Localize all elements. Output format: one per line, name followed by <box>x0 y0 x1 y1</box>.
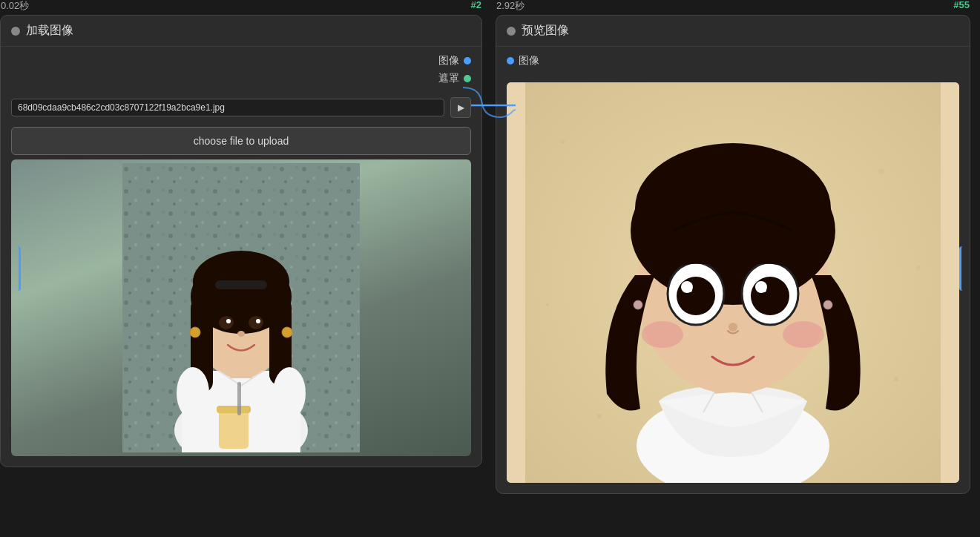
right-node-header: 预览图像 <box>496 16 970 47</box>
cartoon-svg <box>525 82 941 483</box>
left-node-header: 加载图像 <box>1 16 481 47</box>
image-port-row: 图像 <box>438 54 471 67</box>
svg-point-32 <box>546 303 549 306</box>
left-ports-area: 图像 遮罩 <box>1 47 481 93</box>
play-button[interactable]: ▶ <box>450 97 471 118</box>
svg-point-17 <box>226 319 231 323</box>
right-image-preview <box>507 82 959 483</box>
right-badge: #55 <box>953 0 970 10</box>
right-node-title: 预览图像 <box>522 23 569 39</box>
svg-point-18 <box>256 319 260 323</box>
svg-point-50 <box>642 321 683 348</box>
left-node-title: 加载图像 <box>26 23 73 39</box>
right-image-port-label: 图像 <box>519 54 539 67</box>
svg-point-20 <box>190 327 200 337</box>
load-image-node: 0.02秒 #2 加载图像 图像 遮罩 68d09cdaa9cb486c2cd0… <box>0 15 482 467</box>
right-image-port-dot[interactable] <box>507 57 514 65</box>
svg-rect-22 <box>219 408 249 449</box>
svg-point-47 <box>688 288 692 292</box>
scroll-indicator-right <box>959 246 974 291</box>
svg-point-31 <box>894 377 898 381</box>
preview-image-node: 2.92秒 #55 预览图像 图像 <box>496 15 970 494</box>
cartoon-canvas <box>507 82 959 483</box>
svg-point-25 <box>177 367 209 419</box>
svg-point-15 <box>219 316 234 329</box>
svg-point-43 <box>677 277 715 315</box>
svg-point-38 <box>635 143 831 274</box>
svg-point-48 <box>762 288 766 292</box>
right-node-status-dot <box>507 27 516 36</box>
woman-photo-svg <box>122 163 360 452</box>
left-badge: #2 <box>471 0 481 10</box>
image-port-label: 图像 <box>438 54 459 67</box>
left-timestamp: 0.02秒 <box>1 0 29 13</box>
image-port-dot[interactable] <box>464 57 471 65</box>
left-image-preview <box>11 159 471 456</box>
svg-point-29 <box>878 168 884 174</box>
photo-canvas <box>11 159 471 456</box>
svg-point-51 <box>783 321 824 348</box>
upload-button[interactable]: choose file to upload <box>11 127 471 155</box>
left-node-status-dot <box>11 27 20 36</box>
svg-point-44 <box>751 277 789 315</box>
mask-port-label: 遮罩 <box>438 72 459 85</box>
file-path-row: 68d09cdaa9cb486c2cd03c8707122f19a2bca9e1… <box>1 93 481 122</box>
svg-point-53 <box>823 300 832 309</box>
svg-point-16 <box>249 316 263 329</box>
svg-point-52 <box>634 300 642 309</box>
svg-rect-23 <box>217 406 251 413</box>
file-path-text: 68d09cdaa9cb486c2cd03c8707122f19a2bca9e1… <box>11 99 444 116</box>
mask-port-row: 遮罩 <box>438 72 471 85</box>
right-image-port-row: 图像 <box>496 47 970 75</box>
right-timestamp: 2.92秒 <box>496 0 524 13</box>
svg-point-21 <box>282 327 292 337</box>
svg-rect-24 <box>237 382 241 415</box>
svg-point-26 <box>273 367 306 419</box>
svg-point-30 <box>597 414 602 418</box>
svg-point-19 <box>237 331 245 337</box>
svg-point-33 <box>916 266 921 270</box>
svg-point-28 <box>560 139 565 144</box>
scroll-indicator-left <box>6 246 21 291</box>
svg-rect-14 <box>215 280 267 289</box>
mask-port-dot[interactable] <box>464 75 471 82</box>
svg-point-49 <box>729 323 737 332</box>
